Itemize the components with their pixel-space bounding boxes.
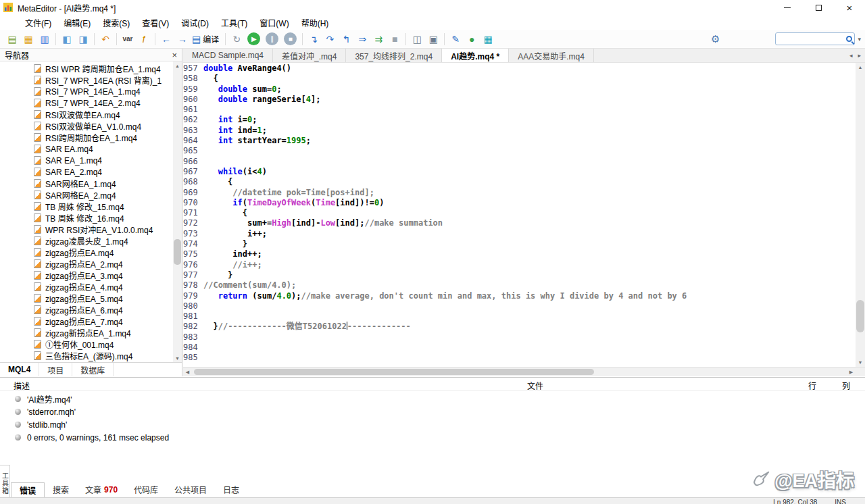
- code-line[interactable]: 984: [183, 343, 856, 353]
- code-line[interactable]: 962 int i=0;: [183, 115, 856, 125]
- tree-item[interactable]: RSI双波做单EA.mq4: [0, 109, 182, 120]
- start-debug-icon[interactable]: ▶: [247, 32, 260, 45]
- code-line[interactable]: 978//Comment(sum/4.0);: [183, 280, 856, 291]
- vscroll-up-icon[interactable]: ▲: [856, 63, 865, 72]
- vscroll-thumb[interactable]: [856, 300, 864, 332]
- code-line[interactable]: 973 i++;: [183, 229, 856, 239]
- navigator-close-icon[interactable]: ×: [172, 51, 177, 59]
- code-line[interactable]: 971 {: [183, 208, 856, 218]
- editor-tab[interactable]: AAA交易助手.mq4: [509, 49, 594, 62]
- tree-item[interactable]: ①牲何休_001.mq4: [0, 338, 182, 350]
- navigator-tab-MQL4[interactable]: MQL4: [0, 363, 39, 376]
- new-file-icon[interactable]: ▤: [5, 32, 20, 47]
- save-icon[interactable]: ▥: [37, 32, 52, 47]
- toolbox-vertical-tab[interactable]: 工具箱: [0, 465, 10, 501]
- stop-icon[interactable]: ■: [387, 32, 402, 47]
- code-line[interactable]: 980: [183, 301, 856, 311]
- hscroll-left-icon[interactable]: ◀: [183, 368, 192, 376]
- tree-scrollbar[interactable]: ▲ ▼: [173, 61, 182, 362]
- vscroll-down-icon[interactable]: ▼: [856, 358, 865, 367]
- menu-item[interactable]: 查看(V): [136, 15, 175, 30]
- code-line[interactable]: 974 }: [183, 239, 856, 249]
- paste-chart-icon[interactable]: ▣: [426, 32, 441, 47]
- navigator-tab-数据库[interactable]: 数据库: [72, 363, 114, 376]
- copy-chart-icon[interactable]: ◫: [410, 32, 424, 47]
- code-viewport[interactable]: 957double AveRange4()958 {959 double sum…: [183, 63, 865, 367]
- maximize-button[interactable]: [803, 0, 834, 15]
- tree-item[interactable]: RSI WPR 跨周期加仓EA_1.mq4: [0, 63, 182, 74]
- code-line[interactable]: 963 int ind=1;: [183, 126, 856, 136]
- tab-scroll-left-icon[interactable]: ◂: [849, 52, 853, 59]
- toolbar-search-box[interactable]: [775, 32, 855, 45]
- open-folder-icon[interactable]: ▦: [21, 32, 36, 47]
- menu-item[interactable]: 窗口(W): [253, 15, 295, 30]
- menu-item[interactable]: 工具(T): [215, 15, 253, 30]
- tree-item[interactable]: RSI双波做单EA_V1.0.mq4: [0, 120, 182, 132]
- code-line[interactable]: 977 }: [183, 270, 856, 280]
- navigator-tab-项目[interactable]: 项目: [39, 363, 72, 376]
- toolbox-tab-搜索[interactable]: 搜索: [45, 482, 77, 497]
- toolbox-tab-错误[interactable]: 错误: [11, 482, 45, 497]
- editor-hscrollbar[interactable]: ◀ ▶: [183, 367, 865, 376]
- toolbox-toggle-icon[interactable]: ◨: [76, 32, 91, 47]
- tree-item[interactable]: RSI跨周期加仓EA_1.mq4: [0, 132, 182, 143]
- tree-item[interactable]: zigzag新拐点EA_1.mq4: [0, 327, 182, 338]
- close-button[interactable]: ×: [834, 0, 865, 15]
- marker-pen-icon[interactable]: ✎: [448, 32, 463, 47]
- code-line[interactable]: 959 double sum=0;: [183, 84, 856, 95]
- compile-button[interactable]: ▤编译: [191, 32, 222, 47]
- tree-item[interactable]: WPR RSI对冲EA_V1.0.0.mq4: [0, 224, 182, 235]
- settings-gear-icon[interactable]: ⚙: [711, 33, 720, 45]
- tree-item[interactable]: zigzag拐点EA_4.mq4: [0, 281, 182, 293]
- code-line[interactable]: 966: [183, 157, 856, 167]
- toolbox-tab-日志[interactable]: 日志: [215, 482, 247, 497]
- code-line[interactable]: 964 int startYear=1995;: [183, 136, 856, 146]
- step-over-icon[interactable]: ↷: [322, 32, 337, 47]
- run-to-cursor-icon[interactable]: ⇉: [371, 32, 386, 47]
- code-line[interactable]: 982 }//------------微信T52061022----------…: [183, 322, 856, 332]
- tree-item[interactable]: 三色指标EA_(源码).mq4: [0, 350, 182, 361]
- tree-scroll-thumb[interactable]: [174, 239, 181, 265]
- error-list-item[interactable]: 'AI趋势.mq4': [0, 393, 865, 405]
- tree-item[interactable]: TB 周姝 修改_15.mq4: [0, 201, 182, 212]
- hscroll-right-icon[interactable]: ▶: [847, 368, 856, 376]
- hscroll-thumb[interactable]: [194, 369, 594, 375]
- minimize-button[interactable]: [772, 0, 803, 15]
- code-line[interactable]: 972 sum+=High[ind]-Low[ind];//make summa…: [183, 218, 856, 228]
- editor-tab[interactable]: AI趋势.mq4 *: [442, 49, 509, 62]
- tree-item[interactable]: RSI_7 WPR_14EA_2.mq4: [0, 97, 182, 109]
- code-line[interactable]: 968 {: [183, 177, 856, 187]
- menu-item[interactable]: 文件(F): [19, 15, 57, 30]
- tree-item[interactable]: SAR EA_1.mq4: [0, 155, 182, 166]
- back-icon[interactable]: ←: [159, 32, 174, 47]
- code-line[interactable]: 958 {: [183, 74, 856, 84]
- tab-scroll-right-icon[interactable]: ▸: [858, 52, 861, 59]
- mql5-community-icon[interactable]: ●: [464, 32, 479, 47]
- pause-debug-icon[interactable]: ∥: [266, 32, 278, 45]
- error-list-item[interactable]: 'stdlib.mqh': [0, 418, 865, 431]
- error-list-item[interactable]: 'stderror.mqh': [0, 405, 865, 418]
- code-line[interactable]: 970 if(TimeDayOfWeek(Time[ind])!=0): [183, 198, 856, 208]
- continue-icon[interactable]: ⇒: [355, 32, 370, 47]
- variables-icon[interactable]: var: [120, 32, 135, 47]
- search-icon[interactable]: [846, 36, 852, 42]
- menu-item[interactable]: 搜索(S): [97, 15, 136, 30]
- code-line[interactable]: 960 double rangeSerie[4];: [183, 95, 856, 105]
- step-out-icon[interactable]: ↰: [339, 32, 353, 47]
- tree-item[interactable]: zigzag拐点EA_3.mq4: [0, 270, 182, 281]
- code-line[interactable]: 961: [183, 105, 856, 115]
- code-line[interactable]: 975 ind++;: [183, 249, 856, 259]
- scroll-down-icon[interactable]: ▼: [173, 354, 182, 362]
- tree-item[interactable]: zigzag拐点EA_7.mq4: [0, 316, 182, 327]
- tree-item[interactable]: zigzag拐点EA_6.mq4: [0, 304, 182, 316]
- navigator-toggle-icon[interactable]: ◧: [59, 32, 74, 47]
- new-chart-icon[interactable]: ▦: [480, 32, 495, 47]
- tree-item[interactable]: SAR EA_2.mq4: [0, 166, 182, 178]
- code-line[interactable]: 983: [183, 332, 856, 343]
- tree-item[interactable]: RSI_7 WPR_14EA (RSI 背离)_1: [0, 74, 182, 86]
- code-line[interactable]: 965: [183, 146, 856, 156]
- code-line[interactable]: 979 return (sum/4.0);//make average, don…: [183, 291, 856, 301]
- function-icon[interactable]: ƒ: [137, 32, 151, 47]
- scroll-up-icon[interactable]: ▲: [173, 61, 182, 70]
- step-into-icon[interactable]: ↴: [306, 32, 321, 47]
